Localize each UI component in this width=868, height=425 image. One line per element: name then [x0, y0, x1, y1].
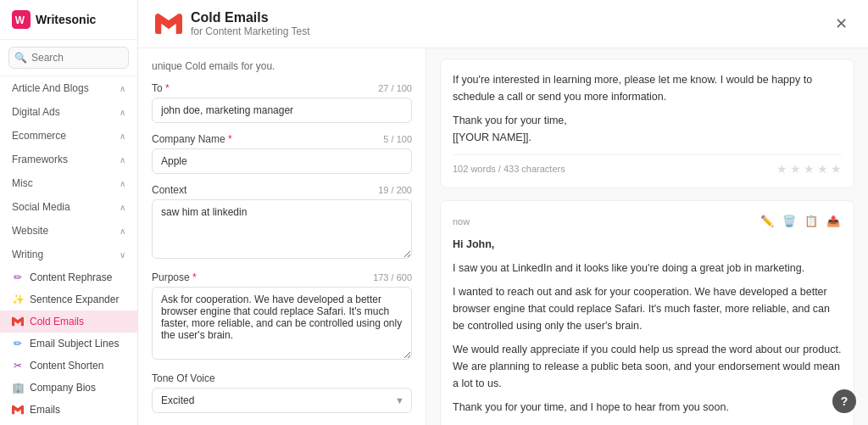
- chevron-icon: ∧: [120, 108, 125, 117]
- form-group-to: To * 27 / 100: [152, 82, 412, 123]
- delete-button-2[interactable]: 🗑️: [781, 213, 798, 229]
- form-group-tone: Tone Of Voice Excited Professional Frien…: [152, 372, 412, 413]
- sidebar-section-frameworks: Frameworks ∧: [0, 148, 137, 171]
- sidebar-section-website: Website ∧: [0, 219, 137, 243]
- copy-button-2[interactable]: 📋: [803, 213, 820, 229]
- email-card-1: If you're interested in learning more, p…: [440, 59, 854, 188]
- star-rating-1: ★ ★ ★ ★ ★: [776, 162, 842, 176]
- sidebar-section-header-ecommerce[interactable]: Ecommerce ∧: [0, 124, 137, 148]
- to-label: To *: [152, 82, 170, 94]
- company-label: Company Name *: [152, 133, 232, 145]
- dialog-header: Cold Emails for Content Marketing Test ✕: [138, 0, 868, 48]
- email-card-2: now ✏️ 🗑️ 📋 📤 Hi John, I saw you at Link…: [440, 200, 854, 425]
- star-1[interactable]: ★: [776, 162, 787, 176]
- email-card-2-header: now ✏️ 🗑️ 📋 📤: [453, 213, 842, 229]
- emails-gmail-icon: [12, 404, 24, 416]
- company-bios-icon: 🏢: [12, 382, 24, 394]
- chevron-icon: ∧: [120, 131, 125, 141]
- sidebar-item-sentence-expander[interactable]: ✨ Sentence Expander: [0, 288, 137, 310]
- chevron-icon: ∧: [120, 155, 125, 165]
- logo-text: Writesonic: [36, 13, 96, 26]
- sidebar-section-header-digital[interactable]: Digital Ads ∧: [0, 100, 137, 124]
- form-group-purpose: Purpose * 173 / 600: [152, 271, 412, 362]
- form-group-context: Context 19 / 200: [152, 184, 412, 261]
- email-card-1-body: If you're interested in learning more, p…: [453, 71, 842, 146]
- form-group-company: Company Name * 5 / 100: [152, 133, 412, 174]
- search-section: 🔍: [0, 40, 137, 76]
- dialog-gmail-icon: [155, 10, 182, 37]
- content-shorten-icon: ✂: [12, 360, 24, 372]
- sidebar-item-company-bios[interactable]: 🏢 Company Bios: [0, 377, 137, 399]
- chevron-icon: ∧: [120, 84, 125, 93]
- chevron-icon: ∧: [120, 203, 125, 212]
- star-3[interactable]: ★: [804, 162, 815, 176]
- sidebar-section-header-website[interactable]: Website ∧: [0, 219, 137, 243]
- chevron-icon: ∧: [120, 226, 125, 236]
- output-panel: If you're interested in learning more, p…: [426, 48, 868, 425]
- context-label: Context: [152, 184, 186, 196]
- sidebar-section-header-frameworks[interactable]: Frameworks ∧: [0, 148, 137, 171]
- chevron-down-icon: ∨: [120, 250, 125, 260]
- sidebar-section-ecommerce: Ecommerce ∧: [0, 124, 137, 148]
- form-label-company: Company Name * 5 / 100: [152, 133, 412, 145]
- sidebar: W Writesonic 🔍 Article And Blogs ∧ Digit…: [0, 0, 138, 425]
- sidebar-item-email-subject[interactable]: ✏ Email Subject Lines: [0, 333, 137, 355]
- star-2[interactable]: ★: [790, 162, 801, 176]
- sidebar-item-emails[interactable]: Emails: [0, 399, 137, 421]
- form-label-tone: Tone Of Voice: [152, 372, 412, 384]
- close-button[interactable]: ✕: [832, 11, 851, 36]
- tone-label: Tone Of Voice: [152, 372, 215, 384]
- writesonic-logo-icon: W: [12, 10, 31, 29]
- email-card-2-body: Hi John, I saw you at LinkedIn and it lo…: [453, 236, 842, 425]
- sentence-expander-icon: ✨: [12, 294, 24, 305]
- purpose-input[interactable]: [152, 287, 412, 360]
- sidebar-section-header-writing[interactable]: Writing ∨: [0, 243, 137, 266]
- logo: W Writesonic: [0, 0, 137, 40]
- company-count: 5 / 100: [383, 134, 412, 144]
- sidebar-section-social: Social Media ∧: [0, 195, 137, 219]
- sidebar-item-content-shorten[interactable]: ✂ Content Shorten: [0, 355, 137, 377]
- dialog-title-text: Cold Emails for Content Marketing Test: [191, 10, 310, 37]
- sidebar-item-content-rephrase[interactable]: ✏ Content Rephrase: [0, 266, 137, 288]
- gmail-icon: [12, 316, 24, 327]
- sidebar-section-header-misc[interactable]: Misc ∧: [0, 171, 137, 195]
- star-4[interactable]: ★: [817, 162, 828, 176]
- dialog-body: unique Cold emails for you. To * 27 / 10…: [138, 48, 868, 425]
- star-5[interactable]: ★: [831, 162, 842, 176]
- context-input[interactable]: [152, 199, 412, 259]
- dialog-subtitle: for Content Marketing Test: [191, 25, 310, 37]
- purpose-count: 173 / 600: [373, 272, 412, 282]
- sidebar-item-personal-bios[interactable]: ⭐ Personal Bios: [0, 421, 137, 425]
- form-label-purpose: Purpose * 173 / 600: [152, 271, 412, 283]
- to-count: 27 / 100: [378, 83, 412, 93]
- sidebar-section-header-social[interactable]: Social Media ∧: [0, 195, 137, 219]
- context-count: 19 / 200: [378, 185, 412, 195]
- svg-text:W: W: [15, 14, 25, 26]
- sidebar-section-writing: Writing ∨ ✏ Content Rephrase ✨ Sentence …: [0, 243, 137, 425]
- form-panel: unique Cold emails for you. To * 27 / 10…: [138, 48, 426, 425]
- form-description: unique Cold emails for you.: [152, 60, 412, 72]
- search-icon: 🔍: [14, 52, 27, 64]
- company-input[interactable]: [152, 148, 412, 174]
- purpose-label: Purpose *: [152, 271, 197, 283]
- sidebar-section-article: Article And Blogs ∧: [0, 76, 137, 100]
- sidebar-item-cold-emails[interactable]: Cold Emails: [0, 310, 137, 333]
- to-input[interactable]: [152, 98, 412, 123]
- content-rephrase-icon: ✏: [12, 271, 24, 283]
- edit-button-2[interactable]: ✏️: [759, 213, 776, 229]
- dialog-panel: Cold Emails for Content Marketing Test ✕…: [138, 0, 868, 425]
- tone-select[interactable]: Excited Professional Friendly Formal Cas…: [152, 388, 412, 413]
- help-button[interactable]: ?: [832, 389, 856, 413]
- dialog-title-wrap: Cold Emails for Content Marketing Test: [155, 10, 310, 37]
- sidebar-section-header-article[interactable]: Article And Blogs ∧: [0, 76, 137, 100]
- chevron-icon: ∧: [120, 179, 125, 188]
- email-card-1-footer: 102 words / 433 characters ★ ★ ★ ★ ★: [453, 154, 842, 176]
- sidebar-section-misc: Misc ∧: [0, 171, 137, 195]
- email-timestamp-2: now: [453, 216, 470, 226]
- dialog-title: Cold Emails: [191, 10, 310, 25]
- share-button-2[interactable]: 📤: [825, 213, 842, 229]
- form-label-context: Context 19 / 200: [152, 184, 412, 196]
- email-actions-2: ✏️ 🗑️ 📋 📤: [759, 213, 842, 229]
- email-subject-icon: ✏: [12, 338, 24, 350]
- sidebar-section-digital: Digital Ads ∧: [0, 100, 137, 124]
